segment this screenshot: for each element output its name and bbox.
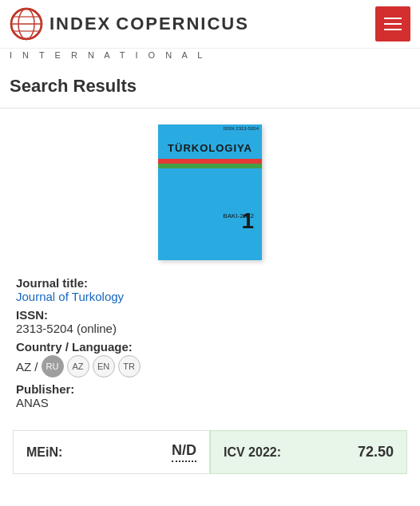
logo: INDEX COPERNICUS bbox=[10, 7, 249, 41]
journal-details: Journal title: Journal of Turkology ISSN… bbox=[13, 276, 407, 414]
journal-title-label: Journal title: bbox=[16, 276, 88, 290]
metric-cards: MEiN: N/D ICV 2022: 72.50 bbox=[13, 430, 407, 474]
search-results-title: Search Results bbox=[10, 76, 137, 96]
mein-card: MEiN: N/D bbox=[13, 430, 210, 474]
publisher-row: Publisher: ANAS bbox=[16, 382, 404, 409]
publisher-value: ANAS bbox=[16, 396, 49, 409]
lang-badge-en[interactable]: EN bbox=[93, 355, 115, 378]
cover-issn: ISSN 2313-5204 bbox=[224, 126, 259, 131]
issn-row: ISSN: 2313-5204 (online) bbox=[16, 308, 404, 335]
hamburger-line-3 bbox=[384, 29, 402, 30]
publisher-label: Publisher: bbox=[16, 382, 74, 396]
language-badges: AZ / RU AZ EN TR bbox=[16, 355, 404, 378]
logo-copernicus: COPERNICUS bbox=[116, 14, 249, 34]
journal-cover: ISSN 2313-5204 TÜRKOLOGIYA BAKI-2022 1 bbox=[158, 125, 262, 260]
lang-badge-tr[interactable]: TR bbox=[118, 355, 141, 378]
mein-value: N/D bbox=[172, 442, 196, 462]
icv-card: ICV 2022: 72.50 bbox=[210, 430, 407, 474]
lang-badge-ru[interactable]: RU bbox=[42, 355, 64, 378]
logo-index: INDEX bbox=[50, 14, 111, 34]
journal-title-row: Journal title: Journal of Turkology bbox=[16, 276, 404, 303]
journal-title-link[interactable]: Journal of Turkology bbox=[16, 290, 124, 303]
icv-value: 72.50 bbox=[358, 444, 394, 461]
main-content: ISSN 2313-5204 TÜRKOLOGIYA BAKI-2022 1 J… bbox=[0, 109, 420, 490]
issn-value: 2313-5204 (online) bbox=[16, 322, 117, 335]
cover-stripes bbox=[158, 159, 262, 173]
hamburger-line-1 bbox=[384, 18, 402, 19]
issn-label: ISSN: bbox=[16, 308, 48, 322]
mein-label: MEiN: bbox=[26, 445, 62, 460]
country-label: Country / Language: bbox=[16, 340, 133, 354]
cover-number: 1 bbox=[241, 208, 254, 234]
menu-button[interactable] bbox=[375, 6, 410, 42]
icv-label: ICV 2022: bbox=[224, 445, 281, 460]
globe-icon bbox=[10, 7, 43, 41]
cover-inner: BAKI-2022 1 bbox=[158, 173, 262, 237]
lang-badge-az[interactable]: AZ bbox=[67, 355, 89, 378]
journal-card: ISSN 2313-5204 TÜRKOLOGIYA BAKI-2022 1 J… bbox=[13, 125, 407, 474]
hamburger-line-2 bbox=[384, 23, 402, 25]
header-international: I N T E R N A T I O N A L bbox=[0, 49, 420, 65]
header: INDEX COPERNICUS I N T E R N A T I O N A… bbox=[0, 0, 420, 65]
az-country-code: AZ / bbox=[16, 360, 38, 374]
country-row: Country / Language: AZ / RU AZ EN TR bbox=[16, 340, 404, 378]
search-results-bar: Search Results bbox=[0, 65, 420, 109]
